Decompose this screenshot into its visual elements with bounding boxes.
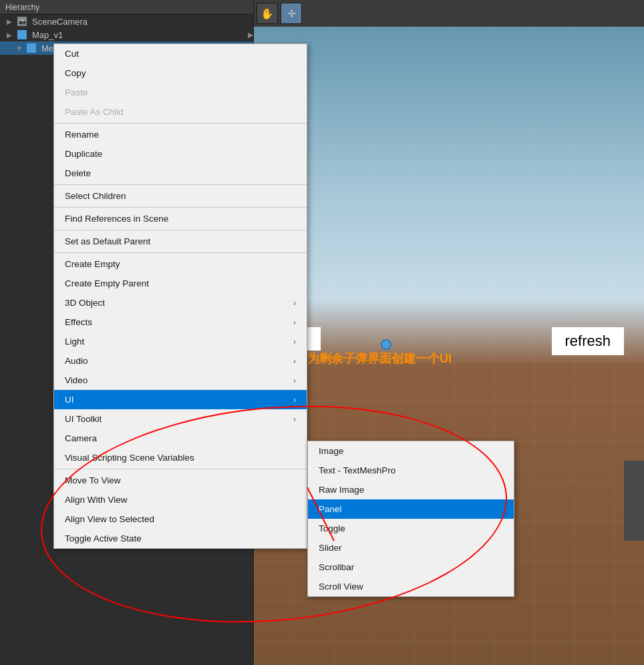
scene-toolbar: ✋ ✛ [254, 0, 644, 27]
menu-item-find-references[interactable]: Find References in Scene [54, 209, 307, 228]
menu-item-align-view-selected[interactable]: Align View to Selected [54, 509, 307, 529]
menu-item-light[interactable]: Light › [54, 332, 307, 351]
separator-5 [54, 252, 307, 253]
submenu-arrow: › [293, 395, 296, 405]
separator-6 [54, 469, 307, 469]
menu-item-camera[interactable]: Camera [54, 429, 307, 448]
submenu-arrow: › [293, 318, 296, 327]
menu-item-set-default-parent[interactable]: Set as Default Parent [54, 232, 307, 251]
hierarchy-item-label: SceneCamera [32, 17, 88, 27]
menu-item-toggle-active[interactable]: Toggle Active State [54, 529, 307, 548]
menu-item-create-empty[interactable]: Create Empty [54, 254, 307, 274]
submenu-item-raw-image[interactable]: Raw Image [308, 480, 514, 499]
hand-tool-button[interactable]: ✋ [257, 3, 278, 24]
chinese-subtitle: 为剩余子弹界面创建一个UI [307, 351, 452, 367]
submenu-item-toggle[interactable]: Toggle [308, 519, 514, 538]
submenu-item-slider[interactable]: Slider [308, 538, 514, 558]
submenu-item-panel[interactable]: Panel [308, 499, 514, 519]
menu-item-paste: Paste [54, 83, 307, 102]
scene-dot [381, 339, 391, 350]
submenu-item-text-tmp[interactable]: Text - TextMeshPro [308, 461, 514, 480]
menu-item-move-to-view[interactable]: Move To View [54, 471, 307, 490]
menu-item-ui-toolkit[interactable]: UI Toolkit › [54, 409, 307, 429]
submenu-arrow: › [293, 298, 296, 308]
menu-item-align-with-view[interactable]: Align With View [54, 490, 307, 509]
expand-arrow: ▼ [16, 45, 24, 52]
menu-item-visual-scripting[interactable]: Visual Scripting Scene Variables [54, 448, 307, 467]
submenu-item-scroll-view[interactable]: Scroll View [308, 577, 514, 596]
cube-icon [27, 43, 36, 53]
menu-item-effects[interactable]: Effects › [54, 312, 307, 332]
menu-item-select-children[interactable]: Select Children [54, 186, 307, 206]
context-menu: Cut Copy Paste Paste As Child Rename Dup… [53, 43, 307, 549]
menu-item-3d-object[interactable]: 3D Object › [54, 293, 307, 312]
refresh-button[interactable]: refresh [552, 327, 624, 355]
menu-item-paste-as-child: Paste As Child [54, 102, 307, 122]
separator-4 [54, 230, 307, 230]
hierarchy-item-scenecamera[interactable]: ▶ 📷 SceneCamera [0, 15, 253, 28]
menu-item-create-empty-parent[interactable]: Create Empty Parent [54, 274, 307, 293]
menu-item-ui[interactable]: UI › [54, 390, 307, 409]
separator-3 [54, 207, 307, 208]
separator-2 [54, 184, 307, 185]
camera-icon: 📷 [17, 17, 27, 26]
submenu-arrow: › [293, 337, 296, 347]
expand-arrow: ▶ [7, 31, 15, 39]
submenu-item-image[interactable]: Image [308, 441, 514, 461]
menu-item-copy[interactable]: Copy [54, 63, 307, 83]
menu-item-rename[interactable]: Rename [54, 125, 307, 144]
expand-arrow: ▶ [7, 18, 15, 25]
separator-1 [54, 123, 307, 124]
submenu-arrow: › [293, 415, 296, 424]
arrow-right-icon: ▶ [248, 31, 253, 39]
move-tool-button[interactable]: ✛ [281, 3, 302, 24]
menu-item-delete[interactable]: Delete [54, 164, 307, 183]
menu-item-cut[interactable]: Cut [54, 44, 307, 63]
submenu-item-scrollbar[interactable]: Scrollbar [308, 558, 514, 577]
hierarchy-item-label: Map_v1 [32, 30, 63, 40]
right-panel-handle [624, 461, 644, 541]
menu-item-duplicate[interactable]: Duplicate [54, 144, 307, 164]
cube-icon [17, 30, 27, 39]
hierarchy-header: Hierarchy [0, 0, 253, 15]
hierarchy-item-mapv1[interactable]: ▶ Map_v1 ▶ [0, 28, 253, 41]
ui-submenu: Image Text - TextMeshPro Raw Image Panel… [307, 441, 514, 597]
submenu-arrow: › [293, 357, 296, 366]
menu-item-video[interactable]: Video › [54, 371, 307, 390]
submenu-arrow: › [293, 376, 296, 385]
menu-item-audio[interactable]: Audio › [54, 351, 307, 371]
